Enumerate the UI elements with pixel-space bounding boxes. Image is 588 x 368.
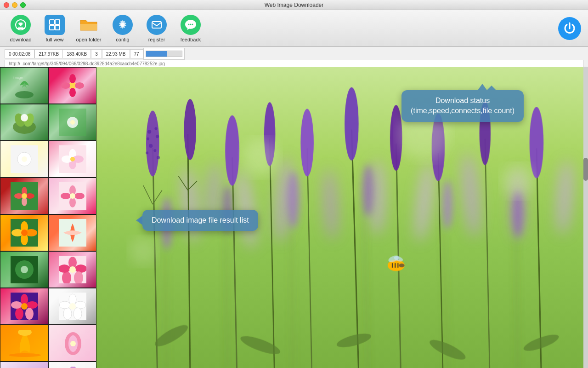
feedback-button[interactable]: feedback bbox=[175, 12, 207, 45]
svg-line-123 bbox=[143, 186, 153, 205]
thumbnail-item[interactable] bbox=[0, 251, 48, 288]
svg-point-91 bbox=[180, 167, 200, 242]
status-count: 77 bbox=[130, 49, 143, 58]
config-button[interactable]: config bbox=[107, 12, 139, 45]
svg-point-152 bbox=[153, 322, 191, 350]
thumbnail-item[interactable] bbox=[48, 288, 96, 325]
thumbnail-item[interactable] bbox=[48, 67, 96, 104]
thumbnail-item[interactable] bbox=[0, 214, 48, 251]
svg-point-153 bbox=[238, 333, 282, 357]
svg-point-21 bbox=[21, 114, 28, 121]
svg-point-62 bbox=[69, 266, 76, 273]
svg-point-68 bbox=[11, 301, 22, 309]
svg-point-67 bbox=[15, 308, 23, 320]
thumbnail-item[interactable] bbox=[0, 104, 48, 141]
svg-point-100 bbox=[555, 160, 574, 236]
svg-point-8 bbox=[188, 23, 190, 25]
svg-line-117 bbox=[307, 148, 312, 368]
svg-point-11 bbox=[15, 91, 34, 98]
svg-point-10 bbox=[192, 23, 193, 25]
svg-point-98 bbox=[460, 152, 482, 238]
thumbnail-item[interactable] bbox=[48, 214, 96, 251]
svg-point-131 bbox=[300, 109, 314, 177]
scrollbar-thumb[interactable] bbox=[583, 158, 588, 181]
svg-point-95 bbox=[322, 169, 338, 240]
svg-point-159 bbox=[501, 165, 534, 197]
thumbnail-item[interactable] bbox=[48, 325, 96, 362]
svg-point-66 bbox=[25, 308, 34, 320]
fullview-label: full view bbox=[45, 37, 63, 42]
register-icon bbox=[147, 15, 167, 35]
thumbnail-item[interactable] bbox=[0, 362, 48, 368]
scrollbar[interactable] bbox=[583, 67, 588, 368]
svg-point-44 bbox=[61, 193, 71, 199]
open-folder-button[interactable]: open folder bbox=[73, 12, 105, 45]
register-button[interactable]: register bbox=[141, 12, 173, 45]
svg-point-51 bbox=[21, 230, 28, 236]
svg-point-144 bbox=[157, 156, 160, 159]
thumbnail-item[interactable] bbox=[48, 141, 96, 178]
status-time: 0 00:02:08 bbox=[5, 49, 34, 58]
svg-point-72 bbox=[75, 301, 86, 309]
svg-point-27 bbox=[22, 156, 27, 162]
list-tooltip-label: Download image file result list bbox=[152, 215, 249, 225]
svg-line-120 bbox=[438, 153, 443, 368]
download-label: download bbox=[10, 37, 31, 42]
thumbnail-item[interactable] bbox=[0, 288, 48, 325]
svg-point-142 bbox=[153, 149, 156, 152]
svg-point-69 bbox=[21, 303, 28, 310]
thumb-row bbox=[0, 362, 96, 368]
thumb-row bbox=[0, 251, 96, 288]
maximize-button[interactable] bbox=[20, 2, 26, 8]
power-icon bbox=[558, 17, 581, 40]
svg-point-9 bbox=[190, 23, 192, 25]
folder-icon bbox=[79, 15, 99, 35]
svg-point-39 bbox=[22, 193, 27, 199]
svg-point-127 bbox=[146, 111, 159, 177]
fullview-icon bbox=[45, 15, 65, 35]
thumb-row bbox=[0, 178, 96, 214]
close-button[interactable] bbox=[4, 2, 9, 8]
svg-point-138 bbox=[154, 127, 157, 130]
svg-point-136 bbox=[530, 107, 544, 178]
thumbnail-item[interactable] bbox=[0, 178, 48, 214]
download-button[interactable]: download bbox=[5, 12, 37, 45]
main-content: image bbox=[0, 67, 588, 368]
svg-point-81 bbox=[70, 341, 76, 346]
window-title: Web Image Downloader bbox=[265, 2, 324, 8]
power-button[interactable] bbox=[556, 12, 583, 45]
svg-point-140 bbox=[156, 135, 159, 138]
feedback-label: feedback bbox=[181, 37, 201, 42]
thumb-row bbox=[0, 141, 96, 178]
thumbnail-item[interactable] bbox=[48, 178, 96, 214]
svg-point-129 bbox=[225, 115, 239, 186]
feedback-icon bbox=[181, 15, 201, 35]
svg-line-122 bbox=[537, 148, 541, 368]
thumbnail-item[interactable] bbox=[48, 104, 96, 141]
thumbnail-item[interactable] bbox=[0, 141, 48, 178]
status-tooltip-title: Download status bbox=[411, 96, 514, 106]
thumbnail-item[interactable] bbox=[48, 362, 96, 368]
thumbnail-item[interactable] bbox=[48, 251, 96, 288]
status-speed: 217.97KB bbox=[34, 49, 63, 58]
svg-point-61 bbox=[59, 264, 70, 273]
svg-text:image: image bbox=[13, 75, 23, 80]
svg-point-109 bbox=[287, 172, 299, 228]
svg-rect-7 bbox=[152, 22, 161, 28]
svg-rect-2 bbox=[50, 20, 54, 24]
svg-point-43 bbox=[69, 197, 76, 207]
svg-line-121 bbox=[485, 139, 490, 368]
svg-point-33 bbox=[70, 157, 75, 161]
thumb-row bbox=[0, 104, 96, 141]
thumbnail-list[interactable]: image bbox=[0, 67, 96, 368]
thumbnail-item[interactable]: image bbox=[0, 67, 48, 104]
svg-point-16 bbox=[61, 82, 70, 89]
svg-point-77 bbox=[9, 353, 41, 357]
status-tooltip: Download status (time,speed,connects,fil… bbox=[401, 90, 524, 122]
minimize-button[interactable] bbox=[12, 2, 17, 8]
fullview-button[interactable]: full view bbox=[39, 12, 71, 45]
thumbnail-item[interactable] bbox=[0, 325, 48, 362]
svg-point-76 bbox=[69, 303, 76, 310]
list-tooltip: Download image file result list bbox=[142, 210, 258, 231]
svg-point-137 bbox=[147, 130, 151, 133]
